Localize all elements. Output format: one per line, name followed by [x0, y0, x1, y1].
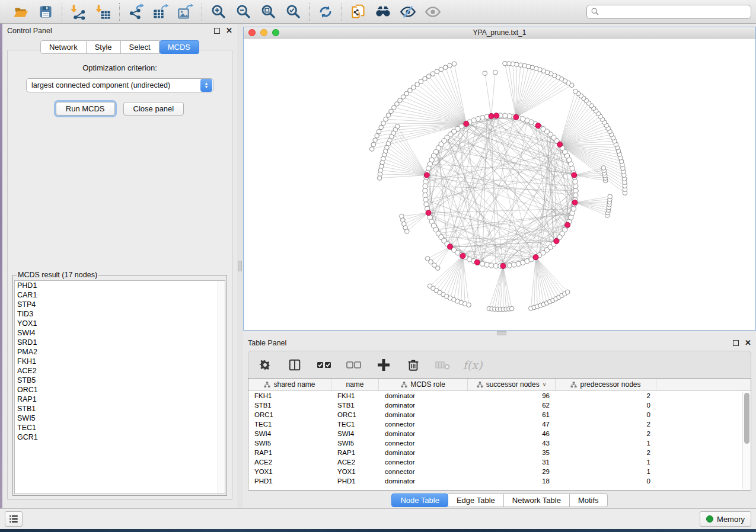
footer-tab-network-table[interactable]: Network Table: [504, 493, 570, 507]
select-all-button[interactable]: [316, 357, 333, 373]
splitter-grip[interactable]: [497, 331, 506, 335]
mcds-result-item[interactable]: ACE2: [15, 366, 225, 376]
search-input[interactable]: [602, 8, 747, 16]
tab-network[interactable]: Network: [40, 40, 87, 54]
zoom-selected-button[interactable]: [283, 2, 303, 21]
mcds-hub-node[interactable]: [535, 123, 541, 129]
tab-mcds[interactable]: MCDS: [160, 40, 199, 54]
table-row[interactable]: ORC1ORC1dominator610: [248, 410, 751, 419]
destroy-table-button[interactable]: [435, 357, 451, 373]
mcds-result-item[interactable]: PMA2: [15, 347, 225, 357]
mcds-hub-node[interactable]: [460, 253, 465, 258]
mcds-hub-node[interactable]: [572, 200, 578, 205]
mcds-result-item[interactable]: RAP1: [15, 395, 225, 404]
footer-tab-motifs[interactable]: Motifs: [570, 493, 608, 507]
mcds-hub-node[interactable]: [557, 142, 563, 147]
column-header-name[interactable]: name: [331, 379, 379, 390]
memory-button[interactable]: Memory: [700, 511, 751, 527]
mcds-hub-node[interactable]: [448, 244, 453, 249]
export-image-button[interactable]: [176, 2, 196, 21]
scrollbar-thumb[interactable]: [744, 393, 749, 444]
mcds-result-item[interactable]: SWI4: [15, 328, 225, 338]
splitter-grip[interactable]: [238, 261, 242, 271]
window-close-icon[interactable]: [248, 29, 256, 36]
table-row[interactable]: TEC1TEC1connector472: [248, 419, 751, 429]
footer-tab-node-table[interactable]: Node Table: [391, 493, 448, 507]
run-mcds-button[interactable]: Run MCDS: [56, 102, 115, 116]
open-file-button[interactable]: [11, 2, 31, 21]
criterion-dropdown[interactable]: largest connected component (undirected)…: [26, 78, 213, 92]
mcds-hub-node[interactable]: [426, 210, 431, 216]
mcds-hub-node[interactable]: [489, 113, 494, 118]
mcds-result-item[interactable]: FKH1: [15, 357, 225, 366]
mcds-hub-node[interactable]: [533, 255, 538, 260]
mcds-hub-node[interactable]: [565, 222, 570, 227]
mcds-result-item[interactable]: STB1: [15, 404, 225, 414]
mcds-hub-node[interactable]: [500, 263, 506, 268]
zoom-in-button[interactable]: [208, 2, 228, 21]
network-canvas[interactable]: [244, 39, 755, 330]
table-row[interactable]: FKH1FKH1dominator962: [248, 391, 751, 400]
close-panel-icon[interactable]: ✕: [745, 340, 751, 346]
function-builder-button[interactable]: f(x): [464, 357, 481, 373]
hide-selected-button[interactable]: [398, 2, 418, 21]
zoom-out-button[interactable]: [233, 2, 253, 21]
tab-select[interactable]: Select: [121, 40, 160, 54]
clone-network-button[interactable]: [348, 2, 368, 21]
mcds-hub-node[interactable]: [424, 172, 429, 178]
result-list-scrollbar[interactable]: [218, 281, 225, 493]
split-panel-button[interactable]: [286, 357, 303, 373]
refresh-view-button[interactable]: [315, 2, 336, 21]
mcds-result-item[interactable]: GCR1: [15, 432, 225, 442]
network-graph[interactable]: [244, 39, 755, 330]
mcds-hub-node[interactable]: [474, 259, 480, 265]
table-row[interactable]: YOX1YOX1connector291: [248, 467, 751, 476]
add-column-button[interactable]: [375, 357, 392, 373]
table-settings-button[interactable]: [257, 357, 273, 373]
mcds-result-item[interactable]: STB5: [15, 376, 225, 385]
mcds-hub-node[interactable]: [464, 121, 469, 126]
mcds-result-item[interactable]: PHD1: [15, 281, 225, 290]
float-panel-icon[interactable]: [214, 28, 220, 34]
export-table-button[interactable]: [151, 2, 171, 21]
mcds-hub-node[interactable]: [494, 113, 499, 118]
table-scrollbar[interactable]: [742, 392, 750, 489]
import-network-button[interactable]: [68, 2, 88, 21]
horizontal-splitter[interactable]: [243, 331, 756, 336]
close-panel-icon[interactable]: ✕: [226, 28, 232, 34]
footer-tab-edge-table[interactable]: Edge Table: [448, 493, 504, 507]
mcds-hub-node[interactable]: [513, 114, 519, 120]
table-row[interactable]: SWI4SWI4dominator462: [248, 429, 751, 438]
show-all-button[interactable]: [423, 2, 443, 21]
mcds-result-item[interactable]: STP4: [15, 300, 225, 309]
deselect-all-button[interactable]: [346, 357, 362, 373]
delete-column-button[interactable]: [405, 357, 422, 373]
mcds-result-item[interactable]: SRD1: [15, 338, 225, 347]
window-maximize-icon[interactable]: [272, 29, 279, 36]
window-minimize-icon[interactable]: [260, 29, 267, 36]
column-header-MCDS-role[interactable]: MCDS role: [379, 379, 468, 390]
mcds-hub-node[interactable]: [572, 172, 577, 178]
table-row[interactable]: PHD1PHD1dominator180: [248, 476, 751, 486]
network-titlebar[interactable]: YPA_prune.txt_1: [244, 27, 755, 39]
mcds-result-item[interactable]: TID3: [15, 309, 225, 319]
zoom-fit-button[interactable]: [258, 2, 278, 21]
import-table-button[interactable]: [93, 2, 113, 21]
table-row[interactable]: SWI5SWI5connector431: [248, 438, 751, 448]
column-header-predecessor-nodes[interactable]: predecessor nodes: [556, 379, 656, 390]
search-objects-button[interactable]: [373, 2, 393, 21]
mcds-result-item[interactable]: YOX1: [15, 319, 225, 328]
mcds-result-item[interactable]: CAR1: [15, 290, 225, 300]
vertical-splitter[interactable]: [237, 24, 243, 508]
save-session-button[interactable]: [36, 2, 56, 21]
task-history-button[interactable]: [5, 511, 23, 527]
table-row[interactable]: STB1STB1dominator620: [248, 400, 751, 410]
tab-style[interactable]: Style: [87, 40, 121, 54]
table-row[interactable]: RAP1RAP1dominator352: [248, 448, 751, 457]
close-panel-button[interactable]: Close panel: [123, 102, 184, 116]
mcds-result-list[interactable]: PHD1CAR1STP4TID3YOX1SWI4SRD1PMA2FKH1ACE2…: [14, 280, 225, 494]
export-network-button[interactable]: [126, 2, 146, 21]
mcds-result-item[interactable]: SWI5: [15, 414, 225, 423]
column-header-successor-nodes[interactable]: successor nodes∨: [468, 379, 556, 390]
mcds-hub-node[interactable]: [554, 238, 559, 243]
